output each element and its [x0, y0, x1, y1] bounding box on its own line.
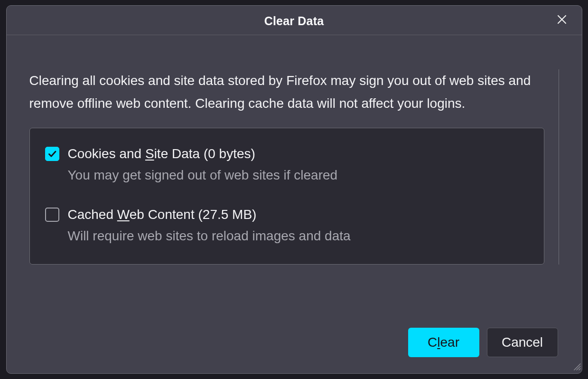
option-cached-web-content: Cached Web Content (27.5 MB) Will requir… — [45, 206, 529, 244]
option-cookies-sitedata: Cookies and Site Data (0 bytes) You may … — [45, 145, 529, 183]
close-icon — [557, 14, 567, 27]
checkmark-icon — [47, 149, 57, 159]
cancel-button[interactable]: Cancel — [487, 328, 558, 357]
close-button[interactable] — [552, 11, 571, 30]
cookies-label[interactable]: Cookies and Site Data (0 bytes) — [68, 145, 338, 162]
dialog-titlebar: Clear Data — [7, 6, 582, 35]
cache-checkbox[interactable] — [45, 208, 59, 222]
clear-button[interactable]: Clear — [408, 328, 479, 357]
cookies-sublabel: You may get signed out of web sites if c… — [68, 167, 338, 183]
cookies-checkbox[interactable] — [45, 147, 59, 161]
resize-grip-icon[interactable] — [572, 362, 581, 372]
cache-sublabel: Will require web sites to reload images … — [68, 227, 351, 244]
cache-label[interactable]: Cached Web Content (27.5 MB) — [68, 206, 351, 223]
scrollable-content: Clearing all cookies and site data store… — [29, 69, 559, 265]
svg-line-4 — [579, 369, 580, 370]
option-text-block: Cookies and Site Data (0 bytes) You may … — [68, 145, 338, 183]
dialog-description: Clearing all cookies and site data store… — [29, 69, 544, 114]
dialog-button-row: Clear Cancel — [29, 318, 559, 368]
option-text-block: Cached Web Content (27.5 MB) Will requir… — [68, 206, 351, 244]
dialog-content: Clearing all cookies and site data store… — [7, 35, 582, 373]
clear-data-dialog: Clear Data Clearing all cookies and site… — [6, 5, 582, 374]
options-group: Cookies and Site Data (0 bytes) You may … — [29, 128, 544, 265]
dialog-title: Clear Data — [264, 14, 324, 28]
